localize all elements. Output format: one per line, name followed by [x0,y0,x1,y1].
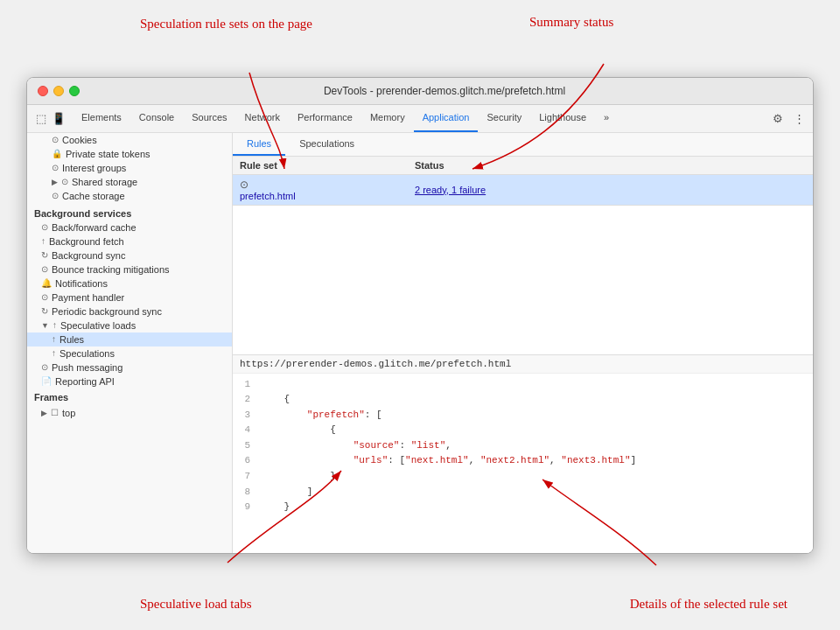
sidebar-item-speculations[interactable]: ↑ Speculations [27,346,232,360]
sidebar-item-shared-storage-label: Shared storage [72,177,137,187]
code-line-4: { [261,423,813,438]
push-messaging-icon: ⊙ [41,362,48,372]
notifications-icon: 🔔 [41,278,52,288]
code-string-source: "source" [354,440,400,451]
sidebar-item-frames-top[interactable]: ▶ ☐ top [27,406,232,420]
tab-network[interactable]: Network [236,105,289,132]
tab-speculations[interactable]: Speculations [285,133,368,156]
frames-top-arrow: ▶ [41,409,47,417]
sidebar-item-background-fetch-label: Background fetch [49,236,124,247]
detail-url: https://prerender-demos.glitch.me/prefet… [233,355,813,374]
settings-icon[interactable]: ⚙ [771,111,785,125]
status-cell: 2 ready, 1 failure [415,184,806,196]
col-ruleset-header: Rule set [240,160,415,171]
line-num-1: 1 [240,377,250,393]
line-num-6: 6 [240,453,250,469]
sidebar-item-speculative-loads[interactable]: ▼ ↑ Speculative loads [27,318,232,332]
sidebar-item-periodic-bg-sync[interactable]: ↻ Periodic background sync [27,304,232,318]
sidebar-item-rules-label: Rules [60,334,84,345]
title-bar: DevTools - prerender-demos.glitch.me/pre… [27,78,813,105]
code-line-6: "urls": ["next.html", "next2.html", "nex… [261,453,813,469]
annotation-summary-status: Summary status [529,14,613,32]
code-string-prefetch: "prefetch" [307,410,365,420]
tab-more[interactable]: » [595,105,618,132]
more-options-icon[interactable]: ⋮ [792,111,806,125]
tab-performance[interactable]: Performance [289,105,361,132]
code-string-next3: "next3.html" [561,455,630,466]
devtools-icon-2[interactable]: 📱 [52,111,66,125]
devtools-icon-1[interactable]: ⬚ [34,111,48,125]
annotation-details: Details of the selected rule set [630,596,788,613]
speculative-loads-icon: ↑ [52,320,57,330]
sidebar-item-reporting-api[interactable]: 📄 Reporting API [27,374,232,388]
tab-security[interactable]: Security [478,105,530,132]
sidebar-item-cache-storage-label: Cache storage [62,191,125,201]
code-content: { "prefetch": [ { "source": "list", "url… [261,377,813,515]
code-line-7: } [261,469,813,485]
sidebar-item-background-sync-label: Background sync [52,250,125,261]
tab-rules[interactable]: Rules [233,133,285,156]
tab-sources[interactable]: Sources [183,105,235,132]
frame-icon: ☐ [51,408,59,417]
line-numbers: 1 2 3 4 5 6 7 8 9 [233,377,261,515]
sidebar-item-private-state-tokens[interactable]: 🔒 Private state tokens [27,147,232,161]
ruleset-cell: ⊙ prefetch.html [240,178,415,201]
ruleset-link[interactable]: prefetch.html [240,191,415,201]
sidebar-item-interest-groups[interactable]: ⊙ Interest groups [27,161,232,175]
line-num-7: 7 [240,469,250,485]
sidebar-item-periodic-bg-sync-label: Periodic background sync [52,306,162,317]
tab-memory[interactable]: Memory [361,105,414,132]
status-link[interactable]: 2 ready, 1 failure [415,185,486,195]
private-state-icon: 🔒 [52,149,62,158]
rules-icon: ↑ [52,334,56,344]
bg-fetch-icon: ↑ [41,236,46,246]
tab-lighthouse[interactable]: Lighthouse [530,105,595,132]
code-string-urls: "urls" [354,455,388,466]
sidebar-item-interest-groups-label: Interest groups [62,163,126,173]
cookies-icon: ⊙ [52,135,59,144]
shared-storage-icon: ⊙ [61,177,68,186]
code-line-5: "source": "list", [261,438,813,454]
sidebar-item-notifications[interactable]: 🔔 Notifications [27,276,232,290]
sidebar-item-private-state-label: Private state tokens [66,149,150,159]
cache-storage-icon: ⊙ [52,191,59,200]
annotation-speculative-load-tabs: Speculative load tabs [140,596,251,613]
line-num-4: 4 [240,423,250,438]
maximize-button[interactable] [69,86,80,96]
window-title: DevTools - prerender-demos.glitch.me/pre… [87,85,802,97]
code-line-2: { [261,392,813,408]
code-line-1 [261,377,813,393]
sidebar-item-background-fetch[interactable]: ↑ Background fetch [27,234,232,248]
sidebar-item-speculative-loads-label: Speculative loads [60,320,136,331]
table-header: Rule set Status [233,157,813,175]
tab-application[interactable]: Application [414,105,479,132]
col-status-header: Status [415,160,806,171]
line-num-8: 8 [240,485,250,500]
tab-elements[interactable]: Elements [73,105,130,132]
sidebar-item-cookies[interactable]: ⊙ Cookies [27,133,232,147]
close-button[interactable] [38,86,48,96]
sidebar-item-payment-handler-label: Payment handler [52,292,124,303]
sidebar-item-rules[interactable]: ↑ Rules [27,332,232,346]
sidebar-item-payment-handler[interactable]: ⊙ Payment handler [27,290,232,304]
tab-console[interactable]: Console [130,105,183,132]
sidebar-item-backforward-label: Back/forward cache [52,222,136,233]
code-string-list: "list" [411,440,446,451]
sidebar-item-push-messaging[interactable]: ⊙ Push messaging [27,360,232,374]
sidebar-item-cache-storage[interactable]: ⊙ Cache storage [27,189,232,203]
sidebar-item-push-messaging-label: Push messaging [52,362,122,373]
sidebar-item-background-sync[interactable]: ↻ Background sync [27,248,232,262]
minimize-button[interactable] [53,86,64,96]
table-row[interactable]: ⊙ prefetch.html 2 ready, 1 failure [233,175,813,206]
sidebar-item-bounce-tracking-label: Bounce tracking mitigations [52,264,170,275]
sidebar-item-speculations-label: Speculations [60,348,115,359]
sidebar-item-shared-storage[interactable]: ▶ ⊙ Shared storage [27,175,232,189]
sidebar-item-backforward-cache[interactable]: ⊙ Back/forward cache [27,220,232,234]
line-num-5: 5 [240,438,250,454]
devtools-body: ⊙ Cookies 🔒 Private state tokens ⊙ Inter… [27,133,813,553]
speculation-tabs-header: Rules Speculations [233,133,813,157]
sidebar-item-bounce-tracking[interactable]: ⊙ Bounce tracking mitigations [27,262,232,276]
toolbar-icon-group: ⬚ 📱 [34,111,66,125]
speculations-icon: ↑ [52,348,56,358]
speculative-loads-arrow: ▼ [41,321,49,330]
